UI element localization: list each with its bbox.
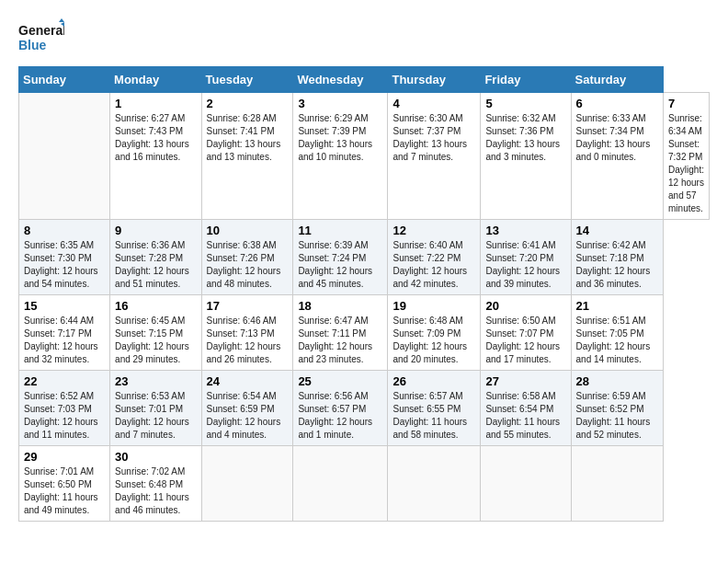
day-info: Sunrise: 6:51 AMSunset: 7:05 PMDaylight:… — [576, 315, 658, 366]
day-cell-22: 22Sunrise: 6:52 AMSunset: 7:03 PMDayligh… — [19, 371, 110, 446]
day-info: Sunrise: 6:44 AMSunset: 7:17 PMDaylight:… — [24, 315, 105, 366]
day-info: Sunrise: 6:59 AMSunset: 6:52 PMDaylight:… — [576, 390, 658, 442]
day-cell-4: 4Sunrise: 6:30 AMSunset: 7:37 PMDaylight… — [388, 93, 481, 220]
day-info: Sunrise: 6:39 AMSunset: 7:24 PMDaylight:… — [298, 239, 382, 291]
day-number: 29 — [24, 450, 105, 464]
empty-cell — [481, 446, 571, 522]
day-info: Sunrise: 6:41 AMSunset: 7:20 PMDaylight:… — [485, 239, 565, 291]
day-number: 20 — [485, 299, 565, 313]
day-number: 15 — [24, 299, 105, 313]
day-cell-13: 13Sunrise: 6:41 AMSunset: 7:20 PMDayligh… — [481, 220, 571, 295]
day-info: Sunrise: 6:29 AMSunset: 7:39 PMDaylight:… — [298, 112, 382, 164]
header-row: SundayMondayTuesdayWednesdayThursdayFrid… — [19, 67, 710, 93]
day-cell-14: 14Sunrise: 6:42 AMSunset: 7:18 PMDayligh… — [571, 220, 663, 295]
day-number: 17 — [207, 299, 289, 313]
day-number: 3 — [298, 97, 382, 110]
header-day-thursday: Thursday — [388, 67, 481, 93]
day-info: Sunrise: 6:27 AMSunset: 7:43 PMDaylight:… — [115, 112, 196, 164]
day-cell-10: 10Sunrise: 6:38 AMSunset: 7:26 PMDayligh… — [201, 220, 293, 295]
week-row-5: 29Sunrise: 7:01 AMSunset: 6:50 PMDayligh… — [19, 446, 710, 522]
svg-text:General: General — [18, 23, 64, 38]
day-cell-30: 30Sunrise: 7:02 AMSunset: 6:48 PMDayligh… — [110, 446, 201, 522]
empty-cell — [293, 446, 388, 522]
day-number: 23 — [115, 374, 196, 388]
day-cell-25: 25Sunrise: 6:56 AMSunset: 6:57 PMDayligh… — [293, 371, 388, 446]
day-cell-8: 8Sunrise: 6:35 AMSunset: 7:30 PMDaylight… — [19, 220, 110, 295]
day-info: Sunrise: 6:48 AMSunset: 7:09 PMDaylight:… — [392, 315, 475, 366]
week-row-3: 15Sunrise: 6:44 AMSunset: 7:17 PMDayligh… — [19, 295, 710, 371]
header-day-saturday: Saturday — [571, 67, 663, 93]
day-number: 4 — [392, 97, 475, 110]
day-number: 12 — [392, 224, 475, 237]
day-cell-24: 24Sunrise: 6:54 AMSunset: 6:59 PMDayligh… — [201, 371, 293, 446]
logo: General Blue — [18, 18, 64, 57]
day-info: Sunrise: 6:38 AMSunset: 7:26 PMDaylight:… — [207, 239, 289, 291]
day-cell-27: 27Sunrise: 6:58 AMSunset: 6:54 PMDayligh… — [481, 371, 571, 446]
day-cell-17: 17Sunrise: 6:46 AMSunset: 7:13 PMDayligh… — [201, 295, 293, 371]
day-cell-12: 12Sunrise: 6:40 AMSunset: 7:22 PMDayligh… — [388, 220, 481, 295]
day-info: Sunrise: 7:02 AMSunset: 6:48 PMDaylight:… — [115, 465, 196, 517]
day-number: 10 — [207, 224, 289, 237]
calendar-body: 1Sunrise: 6:27 AMSunset: 7:43 PMDaylight… — [19, 93, 710, 522]
day-cell-7: 7Sunrise: 6:34 AMSunset: 7:32 PMDaylight… — [664, 93, 710, 220]
day-info: Sunrise: 6:58 AMSunset: 6:54 PMDaylight:… — [485, 390, 565, 442]
day-cell-20: 20Sunrise: 6:50 AMSunset: 7:07 PMDayligh… — [481, 295, 571, 371]
day-number: 5 — [485, 97, 565, 110]
day-info: Sunrise: 6:45 AMSunset: 7:15 PMDaylight:… — [115, 315, 196, 366]
svg-text:Blue: Blue — [18, 38, 47, 52]
day-info: Sunrise: 6:50 AMSunset: 7:07 PMDaylight:… — [485, 315, 565, 366]
week-row-1: 1Sunrise: 6:27 AMSunset: 7:43 PMDaylight… — [19, 93, 710, 220]
day-number: 27 — [485, 374, 565, 388]
day-number: 9 — [115, 224, 196, 237]
empty-cell — [571, 446, 663, 522]
day-cell-2: 2Sunrise: 6:28 AMSunset: 7:41 PMDaylight… — [201, 93, 293, 220]
day-number: 11 — [298, 224, 382, 237]
day-cell-1: 1Sunrise: 6:27 AMSunset: 7:43 PMDaylight… — [110, 93, 201, 220]
day-info: Sunrise: 6:36 AMSunset: 7:28 PMDaylight:… — [115, 239, 196, 291]
header-day-friday: Friday — [481, 67, 571, 93]
day-info: Sunrise: 6:42 AMSunset: 7:18 PMDaylight:… — [576, 239, 658, 291]
day-number: 14 — [576, 224, 658, 237]
logo-svg: General Blue — [18, 18, 64, 57]
day-cell-16: 16Sunrise: 6:45 AMSunset: 7:15 PMDayligh… — [110, 295, 201, 371]
day-cell-5: 5Sunrise: 6:32 AMSunset: 7:36 PMDaylight… — [481, 93, 571, 220]
header-day-sunday: Sunday — [19, 67, 110, 93]
empty-cell — [388, 446, 481, 522]
header: General Blue — [18, 18, 710, 57]
day-info: Sunrise: 6:32 AMSunset: 7:36 PMDaylight:… — [485, 112, 565, 164]
day-number: 18 — [298, 299, 382, 313]
calendar-header: SundayMondayTuesdayWednesdayThursdayFrid… — [19, 67, 710, 93]
calendar: SundayMondayTuesdayWednesdayThursdayFrid… — [18, 66, 710, 522]
header-day-monday: Monday — [110, 67, 201, 93]
day-cell-18: 18Sunrise: 6:47 AMSunset: 7:11 PMDayligh… — [293, 295, 388, 371]
day-info: Sunrise: 6:57 AMSunset: 6:55 PMDaylight:… — [392, 390, 475, 442]
day-info: Sunrise: 7:01 AMSunset: 6:50 PMDaylight:… — [24, 465, 105, 517]
day-info: Sunrise: 6:28 AMSunset: 7:41 PMDaylight:… — [207, 112, 289, 164]
day-cell-15: 15Sunrise: 6:44 AMSunset: 7:17 PMDayligh… — [19, 295, 110, 371]
day-number: 28 — [576, 374, 658, 388]
day-number: 2 — [207, 97, 289, 110]
day-number: 6 — [576, 97, 658, 110]
day-number: 8 — [24, 224, 105, 237]
day-number: 25 — [298, 374, 382, 388]
day-cell-3: 3Sunrise: 6:29 AMSunset: 7:39 PMDaylight… — [293, 93, 388, 220]
day-number: 22 — [24, 374, 105, 388]
week-row-2: 8Sunrise: 6:35 AMSunset: 7:30 PMDaylight… — [19, 220, 710, 295]
day-number: 13 — [485, 224, 565, 237]
day-info: Sunrise: 6:56 AMSunset: 6:57 PMDaylight:… — [298, 390, 382, 442]
day-number: 16 — [115, 299, 196, 313]
day-number: 1 — [115, 97, 196, 110]
day-number: 24 — [207, 374, 289, 388]
header-day-tuesday: Tuesday — [201, 67, 293, 93]
empty-cell — [19, 93, 110, 220]
day-cell-19: 19Sunrise: 6:48 AMSunset: 7:09 PMDayligh… — [388, 295, 481, 371]
day-info: Sunrise: 6:46 AMSunset: 7:13 PMDaylight:… — [207, 315, 289, 366]
day-info: Sunrise: 6:35 AMSunset: 7:30 PMDaylight:… — [24, 239, 105, 291]
day-cell-6: 6Sunrise: 6:33 AMSunset: 7:34 PMDaylight… — [571, 93, 663, 220]
day-number: 7 — [668, 97, 704, 110]
day-cell-28: 28Sunrise: 6:59 AMSunset: 6:52 PMDayligh… — [571, 371, 663, 446]
day-info: Sunrise: 6:33 AMSunset: 7:34 PMDaylight:… — [576, 112, 658, 164]
day-info: Sunrise: 6:52 AMSunset: 7:03 PMDaylight:… — [24, 390, 105, 442]
header-day-wednesday: Wednesday — [293, 67, 388, 93]
day-info: Sunrise: 6:40 AMSunset: 7:22 PMDaylight:… — [392, 239, 475, 291]
